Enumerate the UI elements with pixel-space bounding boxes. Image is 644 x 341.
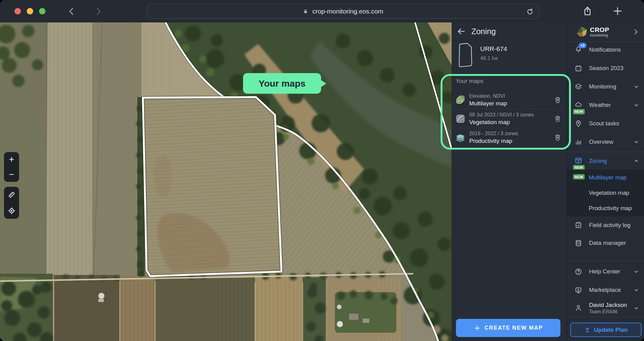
main-sidebar: CROP monitoring +2 Notifications Season …: [567, 22, 644, 341]
forward-icon[interactable]: [93, 6, 104, 17]
person-icon: [575, 304, 582, 312]
sidebar-item-weather[interactable]: NEW Weather: [567, 96, 644, 114]
calendar-icon: [575, 65, 582, 72]
crosshair-icon: [8, 207, 16, 215]
crop-monitoring-logo-icon: [575, 25, 588, 39]
panel-title: Zoning: [471, 27, 496, 36]
close-window-button[interactable]: [14, 8, 21, 14]
help-circle-icon: [575, 268, 582, 276]
map-item-title: Vegetation map: [469, 119, 534, 126]
back-arrow-icon[interactable]: [457, 27, 466, 36]
zoning-grid-icon: [575, 157, 582, 164]
locate-me-button[interactable]: [4, 204, 19, 218]
user-name: David Jackson: [589, 302, 627, 309]
clipboard-check-icon: [575, 221, 582, 229]
field-card[interactable]: URR-674 46.1 ha: [456, 42, 563, 72]
chevron-down-icon: [633, 268, 640, 275]
map-item-subtitle: Elevation, NDVI: [469, 93, 507, 99]
your-maps-section-label: Your maps: [456, 78, 483, 84]
sidebar-item-zoning[interactable]: NEW Zoning: [567, 152, 644, 170]
update-plan-button[interactable]: Update Plan: [570, 323, 642, 337]
zoning-submenu: NEW Multilayer map Vegetation map Produc…: [567, 170, 644, 216]
callout-text: Your maps: [259, 78, 306, 89]
sidebar-item-monitoring[interactable]: Monitoring: [567, 77, 644, 96]
satellite-imagery: [0, 22, 452, 341]
field-shape-icon: [456, 42, 474, 68]
chevron-down-icon: [633, 287, 640, 293]
map-item-title: Multilayer map: [469, 100, 507, 107]
multilayer-map-icon: [456, 95, 465, 105]
map-item-title: Productivity map: [469, 138, 518, 144]
sidebar-item-notifications[interactable]: +2 Notifications: [567, 41, 644, 59]
satellite-map[interactable]: + −: [0, 22, 452, 341]
share-icon[interactable]: [582, 6, 593, 16]
maximize-window-button[interactable]: [39, 8, 45, 14]
marketplace-monitor-icon: [575, 286, 582, 294]
create-new-map-button[interactable]: CREATE NEW MAP: [456, 319, 560, 337]
map-list-item-vegetation[interactable]: 09 Jul 2023 / NDVI / 3 zones Vegetation …: [452, 109, 567, 128]
field-boundary[interactable]: [143, 97, 281, 276]
chevron-down-icon: [633, 305, 640, 312]
browser-window: crop-monitoring.eos.com: [0, 0, 644, 341]
submenu-item-productivity-map[interactable]: Productivity map: [567, 201, 644, 216]
submenu-item-multilayer-map[interactable]: NEW Multilayer map: [567, 170, 644, 185]
map-item-subtitle: 2016 - 2022 / 3 zones: [469, 131, 518, 136]
zoom-out-button[interactable]: −: [4, 167, 19, 182]
bar-chart-icon: [575, 138, 582, 146]
cloud-icon: [575, 101, 582, 108]
your-maps-list: Elevation, NDVI Multilayer map 09 Jul 20…: [452, 91, 567, 147]
delete-map-icon[interactable]: [554, 96, 562, 104]
measure-ruler-button[interactable]: [4, 188, 19, 202]
new-badge: NEW: [573, 109, 585, 114]
map-list-item-productivity[interactable]: 2016 - 2022 / 3 zones Productivity map: [452, 128, 567, 147]
sidebar-item-field-activity-log[interactable]: Field activity log: [567, 216, 644, 234]
new-badge: NEW: [573, 165, 585, 170]
chevron-down-icon: [633, 139, 640, 145]
map-tools: [4, 187, 19, 219]
notification-count-badge: +2: [579, 43, 587, 48]
upload-arrow-icon: [584, 327, 591, 333]
sidebar-item-season[interactable]: Season 2023: [567, 59, 644, 77]
sidebar-item-data-manager[interactable]: Data manager: [567, 234, 644, 252]
sidebar-item-user-account[interactable]: David Jackson Team ER446: [567, 299, 644, 317]
sidebar-item-scout-tasks[interactable]: Scout tasks: [567, 114, 644, 133]
new-tab-icon[interactable]: [612, 6, 623, 16]
sidebar-item-marketplace[interactable]: Marketplace: [567, 281, 644, 299]
field-area: 46.1 ha: [480, 55, 507, 61]
chevron-down-icon: [633, 102, 640, 108]
lock-icon: [303, 8, 308, 15]
map-list-item-multilayer[interactable]: Elevation, NDVI Multilayer map: [452, 91, 567, 109]
reload-icon[interactable]: [526, 7, 534, 15]
delete-map-icon[interactable]: [554, 115, 562, 123]
user-team: Team ER446: [589, 309, 627, 314]
field-name: URR-674: [480, 45, 507, 53]
ruler-icon: [8, 191, 16, 199]
collapse-sidebar-icon[interactable]: [632, 28, 640, 36]
farmstead: [335, 290, 398, 333]
new-badge: NEW: [573, 174, 585, 179]
pin-plus-icon: [575, 120, 582, 127]
map-item-subtitle: 09 Jul 2023 / NDVI / 3 zones: [469, 112, 534, 118]
zoom-in-button[interactable]: +: [4, 152, 19, 167]
browser-toolbar: crop-monitoring.eos.com: [0, 0, 644, 22]
url-text: crop-monitoring.eos.com: [312, 8, 383, 15]
vegetation-map-icon: [456, 114, 465, 123]
your-maps-callout: Your maps: [243, 73, 321, 94]
minimize-window-button[interactable]: [27, 8, 33, 14]
logo-title: CROP: [590, 26, 609, 33]
plus-icon: [473, 324, 481, 332]
sidebar-item-overview[interactable]: Overview: [567, 133, 644, 151]
chevron-down-icon: [633, 83, 640, 90]
zoning-panel: Zoning URR-674 46.1 ha Your maps: [452, 22, 567, 341]
logo-subtitle: monitoring: [590, 33, 609, 37]
back-icon[interactable]: [66, 6, 77, 17]
submenu-item-vegetation-map[interactable]: Vegetation map: [567, 185, 644, 201]
app-logo[interactable]: CROP monitoring: [567, 22, 644, 41]
chevron-up-icon: [633, 158, 640, 164]
address-bar[interactable]: crop-monitoring.eos.com: [147, 4, 539, 19]
zoom-controls: + −: [4, 152, 19, 182]
delete-map-icon[interactable]: [554, 133, 562, 141]
sidebar-item-help-center[interactable]: Help Center: [567, 262, 644, 281]
productivity-map-icon: [456, 133, 465, 142]
layers-icon: [575, 83, 582, 91]
